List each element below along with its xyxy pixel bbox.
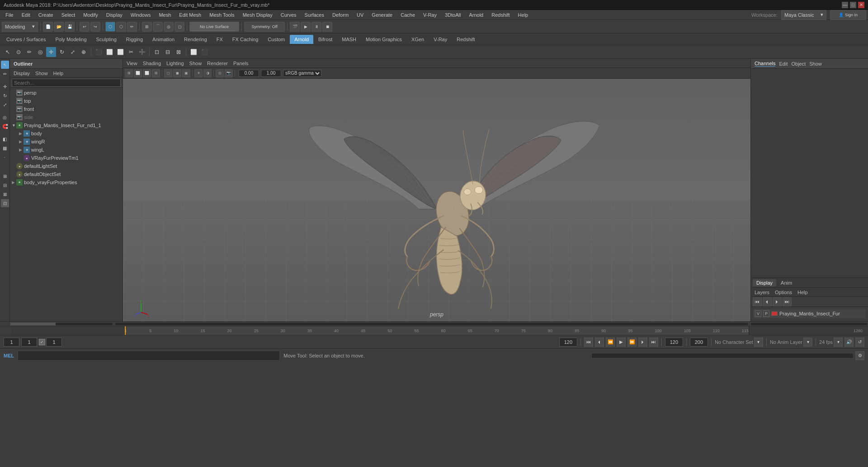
component-edge-button[interactable]: ▦: [1, 144, 9, 152]
lasso-select-button[interactable]: ⊙: [14, 47, 24, 57]
component-vertex-button[interactable]: ·: [1, 153, 9, 161]
timeline-area[interactable]: 1 5 10 15 20 25 30 35 40 45 50 55 60 65 …: [0, 326, 868, 335]
tree-item-furprop[interactable]: ▶ ★ body_vrayFurProperties: [10, 178, 123, 186]
snap-point-button[interactable]: ◎: [164, 22, 174, 32]
soft-mod-button[interactable]: ◎: [1, 113, 9, 121]
vp-menu-shading[interactable]: Shading: [141, 60, 163, 67]
render-btn-3[interactable]: ⏸: [311, 22, 321, 32]
tab-xgen[interactable]: XGen: [407, 35, 429, 44]
frame-start-input[interactable]: [4, 338, 19, 347]
range-max-input[interactable]: [690, 338, 708, 347]
menu-3dtoall[interactable]: 3DtoAll: [441, 11, 464, 19]
gamma-value2-input[interactable]: [261, 70, 281, 77]
anim-layer-dropdown-btn[interactable]: ▾: [803, 338, 812, 347]
vp-menu-show[interactable]: Show: [188, 60, 204, 67]
layer-vis-toggle[interactable]: V: [755, 310, 761, 317]
vp-shadows-btn[interactable]: ◑: [203, 69, 212, 77]
vp-btn-quad[interactable]: ⊞: [152, 69, 160, 77]
bridge-button[interactable]: ⬜: [104, 47, 114, 57]
tab-sculpting[interactable]: Sculpting: [92, 35, 121, 44]
right-hscroll[interactable]: [750, 322, 868, 326]
paint-select-button[interactable]: ✏: [127, 22, 137, 32]
range-end2-input[interactable]: [665, 338, 683, 347]
multi-cut-button[interactable]: ✂: [126, 47, 136, 57]
vp-lights-btn[interactable]: ☀: [194, 69, 203, 77]
menu-display[interactable]: Display: [103, 11, 126, 19]
render-btn-2[interactable]: ▶: [301, 22, 311, 32]
vp-xray-btn[interactable]: ◎: [216, 69, 224, 77]
tree-item-lightset[interactable]: ● defaultLightSet: [10, 162, 123, 170]
layers-sub-tab[interactable]: Layers: [753, 289, 771, 295]
search-input[interactable]: [12, 79, 121, 87]
tree-item-mantis-group[interactable]: ▼ ★ Praying_Mantis_Insect_Fur_nd1_1: [10, 121, 123, 129]
close-button[interactable]: ✕: [858, 2, 864, 8]
snap-grid-button[interactable]: ⊞: [142, 22, 152, 32]
isolate-select-button[interactable]: ⬛: [199, 47, 209, 57]
tab-vray[interactable]: V-Ray: [429, 35, 452, 44]
workspace-dropdown[interactable]: Maya Classic ▾: [781, 10, 826, 20]
no-live-surface-button[interactable]: No Live Surface: [189, 22, 239, 32]
play-button[interactable]: ▶: [617, 338, 626, 347]
next-frame-button[interactable]: ⏵: [638, 338, 647, 347]
sound-btn[interactable]: 🔊: [844, 338, 854, 347]
menu-vray[interactable]: V-Ray: [420, 11, 440, 19]
display-tab[interactable]: Display: [753, 279, 776, 286]
channels-tab[interactable]: Channels: [755, 61, 775, 67]
connect-tool-button[interactable]: ➕: [137, 47, 147, 57]
select-tool-button[interactable]: ↖: [3, 47, 13, 57]
vp-menu-renderer[interactable]: Renderer: [205, 60, 230, 67]
bevel-button[interactable]: ⬜: [115, 47, 125, 57]
outliner-hscroll-thumb[interactable]: [10, 323, 56, 325]
new-scene-button[interactable]: 📄: [43, 22, 53, 32]
gamma-value1-input[interactable]: [239, 70, 259, 77]
snap-curve-button[interactable]: ⌒: [153, 22, 163, 32]
viewport-hscroll[interactable]: [115, 322, 749, 326]
anim-tab[interactable]: Anim: [778, 279, 795, 286]
vp-btn-layout[interactable]: ⊞: [125, 69, 133, 77]
menu-select[interactable]: Select: [58, 11, 79, 19]
layout-btn-1[interactable]: ⊞: [1, 172, 9, 180]
select-mode-button[interactable]: ⬡: [105, 22, 115, 32]
gamma-dropdown[interactable]: sRGB gamma: [283, 70, 321, 77]
rotate-tool-button[interactable]: ↻: [57, 47, 67, 57]
timeline-track[interactable]: 1 5 10 15 20 25 30 35 40 45 50 55 60 65 …: [125, 326, 749, 335]
tree-item-side[interactable]: 📷 side: [10, 113, 123, 121]
vp-menu-lighting[interactable]: Lighting: [165, 60, 186, 67]
frame-check-input[interactable]: [46, 338, 62, 347]
tab-rigging[interactable]: Rigging: [122, 35, 147, 44]
open-button[interactable]: 📂: [54, 22, 64, 32]
menu-windows[interactable]: Windows: [127, 11, 155, 19]
vp-menu-view[interactable]: View: [125, 60, 139, 67]
layout-btn-3[interactable]: ⊠: [1, 190, 9, 198]
sign-in-button[interactable]: 👤 Sign In: [830, 10, 866, 20]
options-sub-tab[interactable]: Options: [773, 289, 794, 295]
outliner-menu-display[interactable]: Display: [12, 70, 32, 76]
layer-type-toggle[interactable]: P: [763, 310, 769, 317]
snap-button[interactable]: 🧲: [1, 122, 9, 130]
tree-item-vrayfur[interactable]: ● VRayFurPreviewTm1: [10, 154, 123, 162]
tab-fx-caching[interactable]: FX Caching: [228, 35, 263, 44]
outliner-hscroll[interactable]: [10, 322, 113, 326]
viewport-canvas[interactable]: Y X Z persp: [123, 79, 750, 321]
tree-item-objectset[interactable]: ● defaultObjectSet: [10, 170, 123, 178]
undo-button[interactable]: ↩: [80, 22, 90, 32]
component-mode-button[interactable]: ⬡: [116, 22, 126, 32]
character-dropdown-btn[interactable]: ▾: [754, 338, 763, 347]
render-btn-1[interactable]: 🎬: [290, 22, 300, 32]
menu-mesh-display[interactable]: Mesh Display: [239, 11, 276, 19]
range-end1-input[interactable]: [559, 338, 577, 347]
menu-mesh-tools[interactable]: Mesh Tools: [206, 11, 238, 19]
vp-wireframe-btn[interactable]: ◻: [164, 69, 172, 77]
minimize-button[interactable]: —: [842, 2, 848, 8]
menu-create[interactable]: Create: [35, 11, 57, 19]
menu-curves[interactable]: Curves: [277, 11, 300, 19]
layer-next-btn[interactable]: ⏵: [773, 297, 782, 306]
tab-animation[interactable]: Animation: [148, 35, 179, 44]
show-tab[interactable]: Show: [809, 61, 822, 67]
transform-tool-button[interactable]: ⊕: [79, 47, 89, 57]
tab-poly-modeling[interactable]: Poly Modeling: [51, 35, 91, 44]
layer-prev-prev-btn[interactable]: ⏮: [753, 297, 762, 306]
menu-deform[interactable]: Deform: [329, 11, 352, 19]
current-frame-input[interactable]: [21, 338, 37, 347]
prev-frame-button[interactable]: ⏴: [595, 338, 604, 347]
